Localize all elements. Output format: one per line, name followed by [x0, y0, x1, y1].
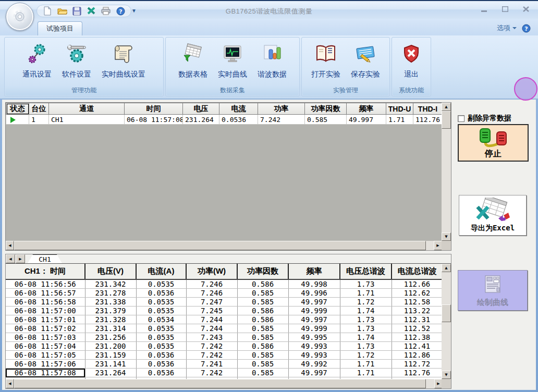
scroll-left-icon[interactable]: ◀ — [6, 241, 14, 250]
col-header-time[interactable]: 时间 — [125, 103, 183, 115]
ribbon-button-software-settings[interactable]: 软件设置 — [57, 39, 96, 84]
ribbon-button-comm-settings[interactable]: 通讯设置 — [17, 39, 57, 84]
live-table: 状态 台位 通道 时间 电压 电流 功率 功率因数 频率 THD-U THD-I… — [6, 103, 443, 125]
selected-cell[interactable]: 06-08 11:57:08 — [6, 369, 85, 377]
ribbon-group-acquisition: 数据表格 实时曲线 — [165, 37, 300, 96]
table-row[interactable]: 06-08 11:57:02231.3140.05357.2440.58549.… — [6, 324, 443, 333]
col-header-channel[interactable]: 通道 — [49, 103, 125, 115]
draw-curve-button[interactable]: 绘制曲线 — [458, 270, 528, 311]
scroll-down-icon[interactable]: ▼ — [442, 232, 451, 241]
checkbox-label[interactable]: 剔除异常数据 — [468, 114, 511, 123]
scroll-up-icon[interactable]: ▲ — [442, 264, 451, 272]
table-row-selected[interactable]: 06-08 11:57:08231.2640.05367.2420.58549.… — [6, 369, 443, 377]
table-filter-icon — [182, 42, 204, 66]
print-icon[interactable] — [101, 6, 111, 16]
col-header-voltage-v: 电压(V) — [85, 264, 136, 279]
excel-icon[interactable] — [86, 6, 96, 16]
col-header-status[interactable]: 状态 — [6, 103, 29, 115]
table-row[interactable]: 06-08 11:57:01231.3280.05347.2440.58649.… — [6, 315, 443, 324]
sheet-scroll-left-icon[interactable]: ◀ — [6, 254, 15, 263]
svg-text:?: ? — [119, 8, 122, 15]
ribbon-button-realtime-curve[interactable]: 实时曲线 — [213, 39, 252, 84]
scrollbar-corner — [442, 241, 451, 250]
sheet-scroll-right-icon[interactable]: ▶ — [16, 254, 25, 263]
ribbon-button-open-experiment[interactable]: 打开实验 — [306, 39, 346, 84]
vscroll-thumb[interactable] — [442, 111, 451, 129]
open-book-icon — [314, 42, 337, 66]
ribbon-button-harmonic-data[interactable]: 谐波数据 — [252, 39, 292, 84]
table-row[interactable]: 06-08 11:57:00231.3790.05357.2450.58649.… — [6, 307, 443, 315]
history-hscrollbar[interactable]: ◀ ▶ — [6, 379, 443, 388]
quick-access-toolbar: ? — [36, 5, 131, 17]
ribbon-button-save-experiment[interactable]: 保存实验 — [346, 39, 385, 84]
maximize-button[interactable] — [498, 5, 512, 14]
ribbon-group-experiment: 打开实验 保存 — [301, 37, 390, 96]
exit-shield-icon — [402, 42, 420, 66]
side-panel: 剔除异常数据 停止 — [451, 102, 536, 388]
options-menu[interactable]: 选项 — [497, 23, 510, 33]
col-header-station[interactable]: 台位 — [29, 103, 49, 115]
live-table-header-row: 状态 台位 通道 时间 电压 电流 功率 功率因数 频率 THD-U THD-I — [6, 103, 443, 115]
hscroll-thumb[interactable] — [14, 379, 426, 388]
svg-text:?: ? — [524, 25, 528, 32]
app-menu-button[interactable] — [6, 3, 34, 31]
checkbox-unchecked[interactable] — [458, 115, 464, 122]
table-row[interactable]: 06-08 11:56:58231.3380.05357.2470.58549.… — [6, 298, 443, 307]
col-header-thd-u[interactable]: THD-U — [386, 103, 413, 115]
history-vscrollbar[interactable]: ▲ ▼ — [442, 264, 451, 379]
col-header-thd-i[interactable]: THD-I — [413, 103, 443, 115]
ribbon-tab-bar: 试验项目 选项 ? — [0, 19, 538, 35]
ribbon: 通讯设置 软件设置 — [0, 35, 538, 99]
ribbon-group-management: 通讯设置 软件设置 — [4, 37, 164, 96]
new-document-icon[interactable] — [42, 6, 53, 16]
col-header-power-factor[interactable]: 功率因数 — [305, 103, 347, 115]
ribbon-button-exit[interactable]: 退出 — [397, 39, 425, 84]
vscroll-thumb[interactable] — [442, 304, 451, 322]
ribbon-button-data-table[interactable]: 数据表格 — [173, 39, 213, 84]
hscroll-thumb[interactable] — [14, 241, 426, 250]
col-header-voltage[interactable]: 电压 — [183, 103, 219, 115]
col-header-power[interactable]: 功率 — [258, 103, 305, 115]
export-excel-button[interactable]: 导出为Excel — [459, 195, 527, 236]
help-icon[interactable]: ? — [115, 6, 126, 16]
status-cell[interactable] — [6, 115, 29, 125]
export-excel-label: 导出为Excel — [471, 224, 515, 233]
table-row[interactable]: 06-08 11:57:04231.2000.05357.2420.58649.… — [6, 342, 443, 351]
table-row[interactable]: 06-08 11:57:03231.2560.05357.2430.58549.… — [6, 333, 443, 342]
close-button[interactable] — [519, 5, 533, 14]
scroll-left-icon[interactable]: ◀ — [6, 379, 14, 388]
scroll-up-icon[interactable]: ▲ — [442, 103, 451, 111]
tab-test-items[interactable]: 试验项目 — [38, 21, 82, 35]
main-content: 状态 台位 通道 时间 电压 电流 功率 功率因数 频率 THD-U THD-I… — [2, 100, 536, 390]
qat-overflow-icon[interactable]: ▼ — [130, 7, 138, 15]
exclude-abnormal-checkbox-row[interactable]: 剔除异常数据 — [458, 114, 511, 123]
col-header-voltage-thd: 电压总谐波 — [340, 264, 392, 279]
help-icon[interactable]: ? — [522, 24, 531, 33]
stop-nodes-icon — [477, 127, 509, 150]
col-header-current[interactable]: 电流 — [219, 103, 258, 115]
app-window: ? ▼ GB17625谐波电流限值测量 试验项目 选项 ? — [0, 0, 538, 392]
chevron-down-icon[interactable] — [512, 27, 517, 29]
minimize-button[interactable] — [478, 5, 491, 14]
ribbon-group-label: 实验管理 — [302, 85, 389, 95]
notebook-pencil-icon — [354, 42, 377, 66]
titlebar: ? ▼ GB17625谐波电流限值测量 — [0, 0, 538, 19]
table-row[interactable]: 06-08 11:56:56231.3420.05357.2460.58649.… — [6, 279, 443, 289]
sheet-tab-ch1[interactable]: CH1 — [28, 254, 62, 263]
live-table-row[interactable]: 1 CH1 06-08 11:57:08 231.264 0.0536 7.24… — [6, 115, 443, 125]
open-folder-icon[interactable] — [57, 6, 67, 16]
live-table-vscrollbar[interactable]: ▲ ▼ — [442, 103, 451, 241]
live-table-hscrollbar[interactable]: ◀ ▶ — [6, 241, 442, 250]
ribbon-group-label: 管理功能 — [5, 85, 163, 95]
table-row[interactable]: 06-08 11:56:57231.2780.05367.2460.58549.… — [6, 289, 443, 298]
history-header-row: CH1： 时间 电压(V) 电流(A) 功率(W) 功率因数 频率 电压总谐波 … — [6, 264, 443, 279]
scroll-right-icon[interactable]: ▶ — [434, 241, 442, 250]
stop-button-label: 停止 — [485, 149, 502, 160]
save-icon[interactable] — [71, 6, 82, 16]
stop-button[interactable]: 停止 — [458, 124, 529, 162]
table-row[interactable]: 06-08 11:57:06231.1410.05367.2410.58549.… — [6, 360, 443, 369]
table-row[interactable]: 06-08 11:57:05231.1590.05367.2420.58549.… — [6, 351, 443, 360]
col-header-frequency[interactable]: 频率 — [347, 103, 386, 115]
scroll-down-icon[interactable]: ▼ — [442, 371, 451, 379]
ribbon-button-curve-settings[interactable]: 实时曲线设置 — [96, 39, 151, 84]
